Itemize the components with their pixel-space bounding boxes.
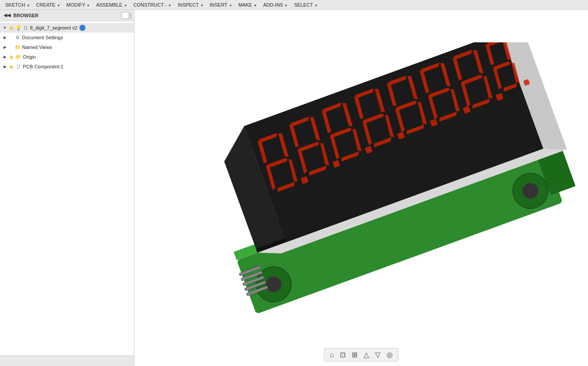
- pcb-component-icon: 🗋: [15, 63, 22, 70]
- menubar: SKETCH ▾ CREATE ▾ MODIFY ▾ ASSEMBLE ▾ CO…: [0, 0, 588, 10]
- pcb-toggle[interactable]: ▶: [2, 63, 8, 70]
- toolbar-home-button[interactable]: ⌂: [328, 350, 336, 360]
- bottom-toolbar: ⌂ ⊡ ⊞ △ ▽ ◎: [324, 348, 399, 362]
- origin-toggle[interactable]: ▶: [2, 54, 8, 60]
- tree-root-item[interactable]: ▼ ◉ 💡 🗋 8_digit_7_segment v2: [0, 23, 134, 33]
- toolbar-zoom-fit-button[interactable]: ⊡: [338, 350, 347, 360]
- root-toggle-icon[interactable]: ▼: [2, 25, 8, 31]
- doc-settings-label: Document Settings: [22, 35, 63, 40]
- toolbar-grid-button[interactable]: ⊞: [350, 350, 359, 360]
- sidebar-bottom: [0, 355, 134, 366]
- eye-icon: ◉: [8, 25, 15, 31]
- doc-settings-toggle[interactable]: ▶: [2, 34, 8, 41]
- named-views-toggle[interactable]: ▶: [2, 44, 8, 50]
- tree-item-pcb-component[interactable]: ▶ ◉ 🗋 PCB Component:1: [0, 62, 134, 71]
- component-svg: [186, 42, 582, 333]
- menu-inspect[interactable]: INSPECT ▾: [174, 1, 206, 8]
- menu-assemble[interactable]: ASSEMBLE ▾: [93, 1, 130, 8]
- origin-eye-icon: ◉: [8, 54, 15, 60]
- sidebar: ◀◀ BROWSER | ▼ ◉ 💡 🗋 8_digit_7_segment v…: [0, 10, 134, 366]
- root-label: 8_digit_7_segment v2: [30, 25, 78, 30]
- gear-icon: ⚙: [14, 34, 21, 41]
- named-views-label: Named Views: [22, 45, 52, 50]
- menu-make[interactable]: MAKE ▾: [235, 1, 260, 8]
- pin-icon: [79, 25, 86, 31]
- browser-back-button[interactable]: ◀◀: [3, 12, 11, 18]
- menu-construct[interactable]: CONSTRUCT - ▾: [130, 1, 175, 8]
- file-icon: 🗋: [22, 25, 29, 31]
- browser-header: ◀◀ BROWSER |: [0, 10, 134, 21]
- menu-modify[interactable]: MODIFY ▾: [63, 1, 93, 8]
- menu-create[interactable]: CREATE ▾: [33, 1, 63, 8]
- browser-title: BROWSER: [13, 13, 121, 18]
- pcb-eye-icon: ◉: [8, 63, 15, 70]
- toolbar-appearance-button[interactable]: ◎: [385, 350, 394, 360]
- component-3d: [186, 42, 582, 333]
- pcb-component-label: PCB Component:1: [23, 64, 63, 69]
- menu-select[interactable]: SELECT ▾: [290, 1, 320, 8]
- main-layout: ◀◀ BROWSER | ▼ ◉ 💡 🗋 8_digit_7_segment v…: [0, 10, 588, 366]
- tree-item-named-views[interactable]: ▶ 📁 Named Views: [0, 42, 134, 52]
- browser-search-icon: |: [130, 13, 131, 18]
- browser-search-input[interactable]: [121, 12, 129, 19]
- viewport[interactable]: ⌂ ⊡ ⊞ △ ▽ ◎: [134, 10, 588, 366]
- menu-insert[interactable]: INSERT ▾: [206, 1, 235, 8]
- tree-item-origin[interactable]: ▶ ◉ 📁 Origin: [0, 52, 134, 62]
- menu-sketch[interactable]: SKETCH ▾: [2, 1, 33, 8]
- lightbulb-icon: 💡: [15, 25, 22, 31]
- toolbar-perspective-button[interactable]: △: [362, 350, 371, 360]
- tree-item-document-settings[interactable]: ▶ ⚙ Document Settings: [0, 33, 134, 42]
- named-views-folder-icon: 📁: [14, 44, 21, 50]
- browser-tree: ▼ ◉ 💡 🗋 8_digit_7_segment v2 ▶ ⚙ Documen…: [0, 21, 134, 355]
- origin-label: Origin: [23, 54, 36, 60]
- origin-folder-icon: 📁: [15, 54, 22, 60]
- toolbar-display-button[interactable]: ▽: [373, 350, 382, 360]
- menu-addins[interactable]: ADD-INS ▾: [260, 1, 290, 8]
